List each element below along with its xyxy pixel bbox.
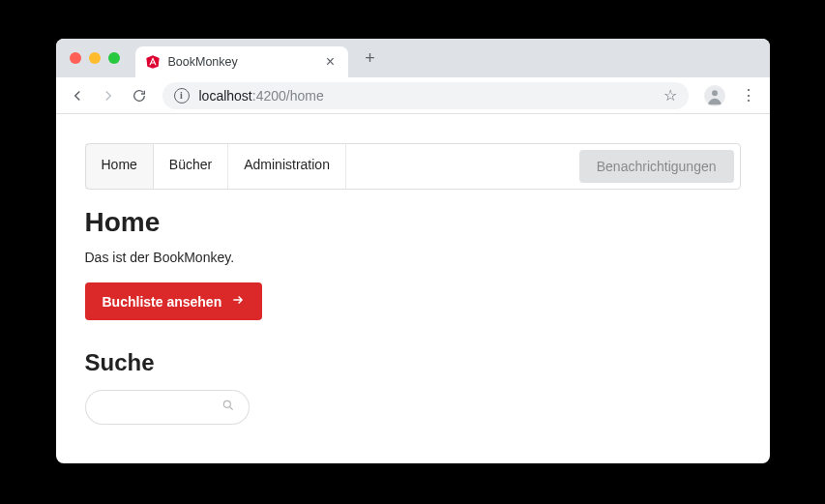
nav-item-label: Bücher bbox=[169, 157, 212, 172]
button-label: Buchliste ansehen bbox=[103, 294, 222, 310]
nav-item-books[interactable]: Bücher bbox=[154, 144, 228, 189]
profile-avatar[interactable] bbox=[704, 85, 725, 106]
main-nav: Home Bücher Administration Benachrichtig… bbox=[85, 143, 741, 190]
browser-toolbar: i localhost:4200/home ☆ ⋮ bbox=[56, 77, 770, 114]
new-tab-button[interactable]: + bbox=[362, 48, 379, 69]
page-title: Home bbox=[85, 207, 741, 238]
angular-icon bbox=[145, 54, 161, 70]
window-minimize-button[interactable] bbox=[89, 52, 101, 64]
search-icon bbox=[221, 399, 235, 416]
window-controls bbox=[70, 52, 120, 64]
nav-item-label: Administration bbox=[244, 157, 330, 172]
view-booklist-button[interactable]: Buchliste ansehen bbox=[85, 282, 263, 320]
nav-spacer bbox=[346, 144, 574, 189]
svg-point-1 bbox=[712, 90, 718, 96]
nav-item-label: Home bbox=[102, 157, 137, 172]
page-content: Home Bücher Administration Benachrichtig… bbox=[56, 114, 770, 463]
back-button[interactable] bbox=[64, 82, 91, 109]
intro-text: Das ist der BookMonkey. bbox=[85, 250, 741, 265]
url-host: localhost bbox=[199, 88, 252, 104]
site-info-icon[interactable]: i bbox=[174, 88, 190, 104]
browser-tab[interactable]: BookMonkey × bbox=[135, 46, 348, 77]
notifications-label: Benachrichtigungen bbox=[597, 159, 717, 174]
svg-point-2 bbox=[223, 400, 230, 407]
tab-bar: BookMonkey × + bbox=[56, 39, 770, 77]
window-maximize-button[interactable] bbox=[108, 52, 120, 64]
nav-item-home[interactable]: Home bbox=[86, 144, 154, 189]
search-title: Suche bbox=[85, 349, 741, 376]
reload-button[interactable] bbox=[126, 82, 153, 109]
url-path: :4200/home bbox=[252, 88, 324, 104]
browser-menu-button[interactable]: ⋮ bbox=[735, 86, 762, 104]
search-input[interactable] bbox=[100, 400, 221, 415]
bookmark-icon[interactable]: ☆ bbox=[663, 86, 677, 104]
search-field-wrapper bbox=[85, 390, 250, 425]
address-bar[interactable]: i localhost:4200/home ☆ bbox=[162, 82, 689, 109]
close-tab-button[interactable]: × bbox=[323, 54, 339, 70]
forward-button[interactable] bbox=[95, 82, 122, 109]
nav-item-administration[interactable]: Administration bbox=[228, 144, 346, 189]
browser-window: BookMonkey × + i localhost:4200/home ☆ ⋮… bbox=[56, 39, 770, 463]
window-close-button[interactable] bbox=[70, 52, 81, 64]
arrow-right-icon bbox=[231, 293, 245, 310]
tab-title: BookMonkey bbox=[168, 55, 238, 69]
notifications-button[interactable]: Benachrichtigungen bbox=[579, 150, 734, 183]
